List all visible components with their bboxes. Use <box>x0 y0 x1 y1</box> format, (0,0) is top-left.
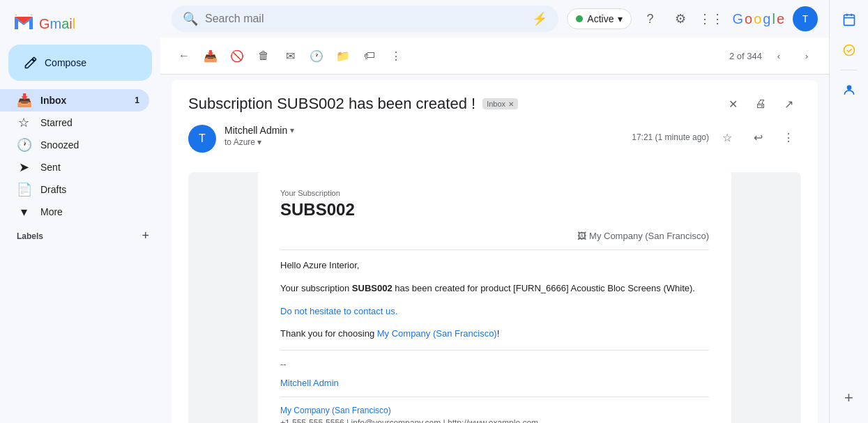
gmail-m-icon <box>11 11 36 36</box>
drafts-icon: 📄 <box>17 182 31 197</box>
apps-icon: ⋮⋮ <box>699 11 724 26</box>
sidebar-item-snoozed[interactable]: 🕐 Snoozed <box>0 134 149 156</box>
report-icon: 🚫 <box>230 49 244 63</box>
close-email-button[interactable]: ✕ <box>720 91 745 116</box>
report-spam-button[interactable]: 🚫 <box>224 43 250 68</box>
mark-unread-button[interactable]: ✉ <box>277 43 303 68</box>
sender-row: T Mitchell Admin ▾ to Azure ▾ 17:21 (1 m… <box>172 122 818 164</box>
avatar[interactable]: T <box>793 6 818 31</box>
status-label: Active <box>587 13 614 24</box>
contacts-icon <box>842 83 856 97</box>
to-chevron-icon: ▾ <box>257 137 261 147</box>
mark-icon: ✉ <box>286 49 295 63</box>
snooze-button[interactable]: 🕐 <box>304 43 329 68</box>
tasks-icon-button[interactable] <box>835 36 863 64</box>
delete-button[interactable]: 🗑 <box>251 43 276 68</box>
sidebar-item-starred[interactable]: ☆ Starred <box>0 111 149 134</box>
greeting-text: Hello Azure Interior, <box>280 259 709 273</box>
status-dot-icon <box>576 15 583 22</box>
back-button[interactable]: ← <box>172 43 197 68</box>
gmail-logo: Gmail <box>0 6 160 42</box>
svg-point-5 <box>844 45 854 56</box>
sidebar-item-sent[interactable]: ➤ Sent <box>0 156 149 178</box>
pagination-text: 2 of 344 <box>729 51 762 61</box>
footer-contact: +1 555-555-5556 | info@yourcompany.com |… <box>280 418 709 423</box>
company-logo-text: 🖼 My Company (San Francisco) <box>280 231 709 241</box>
archive-icon: 📥 <box>204 49 218 63</box>
contacts-icon-button[interactable] <box>835 76 863 104</box>
contact-link[interactable]: Do not hesitate to contact us. <box>280 306 397 316</box>
body-paragraph-1: Your subscription SUBS002 has been creat… <box>280 282 709 296</box>
divider-1 <box>280 249 709 250</box>
search-input[interactable] <box>205 13 525 25</box>
calendar-icon <box>842 13 856 26</box>
search-filter-icon[interactable]: ⚡ <box>532 11 547 26</box>
subscription-label: Your Subscription <box>280 189 709 197</box>
reply-icon: ↩ <box>754 131 763 144</box>
pagination: 2 of 344 ‹ › <box>729 45 818 67</box>
sender-email-chevron: ▾ <box>290 125 294 135</box>
inbox-icon: 📥 <box>17 93 31 108</box>
compose-button[interactable]: Compose <box>8 45 152 81</box>
settings-button[interactable]: ⚙ <box>668 6 693 31</box>
add-label-button[interactable]: + <box>142 229 149 243</box>
main-content: 🔍 ⚡ Active ▾ ? ⚙ ⋮⋮ Google <box>160 0 829 423</box>
apps-button[interactable]: ⋮⋮ <box>699 6 724 31</box>
divider-3 <box>280 397 709 397</box>
company-link[interactable]: My Company (San Francisco) <box>377 328 497 339</box>
right-sidebar-divider <box>841 70 858 70</box>
labels-section: Labels + <box>0 223 160 246</box>
help-icon: ? <box>646 12 653 26</box>
inbox-badge: 1 <box>135 95 139 105</box>
footer-company: My Company (San Francisco) <box>280 406 709 415</box>
reply-button[interactable]: ↩ <box>745 125 770 150</box>
help-button[interactable]: ? <box>637 6 662 31</box>
paragraph1-suffix: has been created for product [FURN_6666]… <box>393 283 695 293</box>
email-subject-row: Subscription SUBS002 has been created ! … <box>172 80 818 122</box>
compose-label: Compose <box>45 57 86 68</box>
clock-icon: 🕐 <box>310 49 323 63</box>
inbox-label: Inbox <box>40 95 66 106</box>
inbox-badge-close-icon[interactable]: ✕ <box>508 100 514 108</box>
labels-button[interactable]: 🏷 <box>357 43 382 68</box>
sender-name: Mitchell Admin <box>224 125 287 136</box>
previous-email-button[interactable]: ‹ <box>768 45 790 67</box>
google-wordmark: Google <box>732 11 784 27</box>
print-button[interactable]: 🖨 <box>748 91 773 116</box>
open-new-window-button[interactable]: ↗ <box>776 91 801 116</box>
edit-icon <box>24 56 38 70</box>
archive-button[interactable]: 📥 <box>198 43 223 68</box>
sender-info: Mitchell Admin ▾ to Azure ▾ <box>224 125 623 147</box>
sidebar-item-more[interactable]: ▾ More <box>0 201 149 223</box>
subscription-card: Your Subscription SUBS002 🖼 My Company (… <box>258 172 731 423</box>
chevron-down-icon: ▾ <box>17 204 31 220</box>
labels-title: Labels <box>17 231 43 241</box>
star-icon: ☆ <box>722 131 732 144</box>
external-link-icon: ↗ <box>784 98 793 111</box>
drafts-label: Drafts <box>40 184 66 195</box>
paragraph1-prefix: Your subscription <box>280 283 352 293</box>
chevron-right-icon: › <box>805 51 808 61</box>
more-vertical-icon: ⋮ <box>783 131 794 144</box>
move-to-button[interactable]: 📁 <box>330 43 356 68</box>
svg-rect-1 <box>844 15 854 25</box>
sent-label: Sent <box>40 162 61 173</box>
add-app-button[interactable]: + <box>835 384 863 412</box>
more-button[interactable]: ⋮ <box>383 43 409 68</box>
status-button[interactable]: Active ▾ <box>567 8 632 29</box>
signature-dash: -- <box>280 359 709 369</box>
calendar-icon-button[interactable] <box>835 6 863 33</box>
sidebar-item-inbox[interactable]: 📥 Inbox 1 <box>0 89 149 111</box>
paragraph1-bold: SUBS002 <box>352 283 393 293</box>
sidebar: Gmail Compose 📥 Inbox 1 ☆ Starred 🕐 Snoo… <box>0 0 160 423</box>
tasks-icon <box>842 43 856 57</box>
sidebar-item-drafts[interactable]: 📄 Drafts <box>0 178 149 201</box>
status-chevron-icon: ▾ <box>618 13 623 24</box>
star-icon: ☆ <box>17 115 31 130</box>
folder-icon: 📁 <box>336 49 350 63</box>
subscription-id: SUBS002 <box>280 200 709 220</box>
sent-icon: ➤ <box>17 160 31 175</box>
more-email-actions-button[interactable]: ⋮ <box>776 125 801 150</box>
star-email-button[interactable]: ☆ <box>715 125 740 150</box>
next-email-button[interactable]: › <box>795 45 818 67</box>
